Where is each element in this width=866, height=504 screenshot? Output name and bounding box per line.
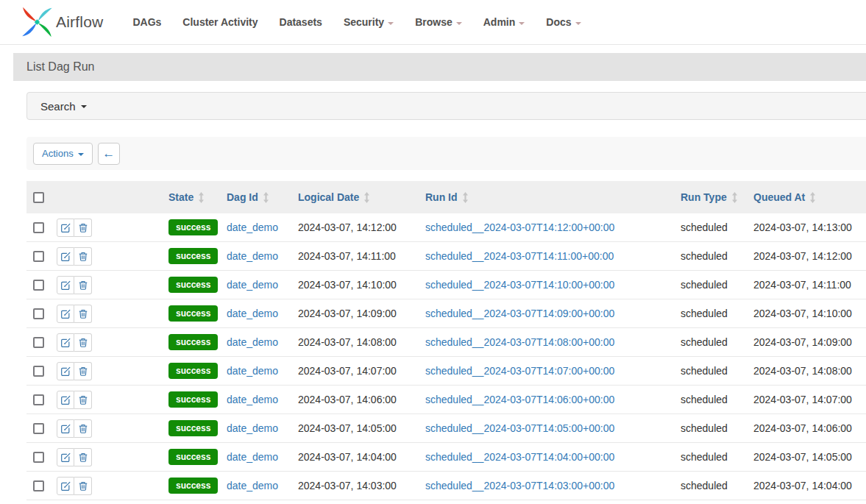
dag-id-link[interactable]: date_demo: [227, 221, 278, 233]
nav-item-dags[interactable]: DAGs: [132, 16, 161, 28]
row-actions-cell: [53, 391, 168, 409]
dag-id-link[interactable]: date_demo: [227, 279, 278, 291]
column-label: Run Id: [425, 191, 458, 203]
row-checkbox[interactable]: [33, 480, 44, 491]
row-checkbox[interactable]: [33, 452, 44, 463]
status-badge: success: [168, 363, 218, 379]
run-type-cell: scheduled: [681, 393, 753, 406]
state-cell: success: [168, 219, 227, 235]
header-checkbox-cell: [26, 192, 53, 203]
state-cell: success: [168, 420, 227, 436]
row-checkbox[interactable]: [33, 308, 44, 319]
actions-button[interactable]: Actions: [33, 143, 93, 165]
dag-id-link[interactable]: date_demo: [227, 480, 278, 491]
edit-button[interactable]: [57, 305, 74, 323]
column-header-queued-at[interactable]: Queued At: [753, 191, 866, 203]
nav-item-docs[interactable]: Docs: [546, 16, 581, 28]
run-type-cell: scheduled: [681, 422, 753, 435]
edit-button[interactable]: [57, 247, 74, 266]
column-header-run-type[interactable]: Run Type: [681, 191, 753, 203]
column-label: Run Type: [681, 191, 727, 203]
dag-id-link[interactable]: date_demo: [227, 308, 278, 319]
back-button[interactable]: ←: [98, 143, 120, 165]
column-header-dag-id[interactable]: Dag Id: [227, 191, 298, 203]
delete-button[interactable]: [74, 333, 92, 352]
queued-at-value: 2024-03-07, 14:04:00: [753, 480, 852, 491]
delete-button[interactable]: [74, 219, 92, 237]
logical-date-value: 2024-03-07, 14:03:00: [298, 480, 397, 491]
nav-item-datasets[interactable]: Datasets: [280, 16, 322, 28]
dag-id-link[interactable]: date_demo: [227, 365, 278, 377]
row-checkbox[interactable]: [33, 251, 44, 262]
queued-at-value: 2024-03-07, 14:11:00: [753, 279, 851, 291]
nav-item-label: Datasets: [280, 16, 322, 28]
edit-button[interactable]: [57, 276, 74, 294]
nav-item-browse[interactable]: Browse: [415, 16, 462, 28]
delete-button[interactable]: [74, 247, 92, 266]
row-checkbox-cell: [26, 366, 53, 377]
row-checkbox[interactable]: [33, 280, 44, 291]
edit-button[interactable]: [57, 362, 74, 380]
dag-id-cell: date_demo: [227, 307, 298, 320]
run-id-link[interactable]: scheduled__2024-03-07T14:08:00+00:00: [425, 336, 614, 348]
run-id-link[interactable]: scheduled__2024-03-07T14:07:00+00:00: [425, 365, 614, 377]
row-checkbox[interactable]: [33, 423, 44, 434]
run-id-cell: scheduled__2024-03-07T14:04:00+00:00: [425, 450, 681, 464]
run-type-value: scheduled: [681, 451, 728, 463]
run-id-link[interactable]: scheduled__2024-03-07T14:10:00+00:00: [425, 279, 614, 291]
column-header-run-id[interactable]: Run Id: [425, 191, 681, 203]
row-checkbox[interactable]: [33, 337, 44, 348]
status-badge: success: [168, 219, 218, 235]
edit-button[interactable]: [57, 448, 74, 466]
delete-button[interactable]: [74, 419, 92, 438]
search-toggle[interactable]: Search: [26, 92, 866, 120]
run-id-link[interactable]: scheduled__2024-03-07T14:06:00+00:00: [425, 394, 614, 405]
row-checkbox[interactable]: [33, 366, 44, 377]
dag-id-link[interactable]: date_demo: [227, 394, 278, 405]
run-id-link[interactable]: scheduled__2024-03-07T14:03:00+00:00: [425, 480, 614, 491]
run-id-link[interactable]: scheduled__2024-03-07T14:11:00+00:00: [425, 250, 614, 262]
logical-date-cell: 2024-03-07, 14:11:00: [298, 249, 425, 263]
delete-button[interactable]: [74, 391, 92, 409]
page-content: List Dag Run Search Actions ←: [0, 45, 866, 500]
edit-button[interactable]: [57, 219, 74, 237]
delete-button[interactable]: [74, 276, 92, 294]
column-header-logical-date[interactable]: Logical Date: [298, 191, 425, 203]
row-checkbox[interactable]: [33, 394, 44, 405]
edit-icon: [60, 366, 71, 377]
dag-id-link[interactable]: date_demo: [227, 250, 278, 262]
dag-id-link[interactable]: date_demo: [227, 451, 278, 463]
sort-icon: [198, 192, 205, 203]
nav-item-cluster-activity[interactable]: Cluster Activity: [182, 16, 258, 28]
queued-at-value: 2024-03-07, 14:12:00: [753, 250, 852, 262]
edit-button[interactable]: [57, 391, 74, 409]
delete-button[interactable]: [74, 477, 92, 495]
edit-button[interactable]: [57, 419, 74, 438]
logical-date-value: 2024-03-07, 14:09:00: [298, 308, 397, 319]
table-row: success date_demo 2024-03-07, 14:03:00 s…: [26, 472, 866, 500]
delete-button[interactable]: [74, 305, 92, 323]
delete-button[interactable]: [74, 362, 92, 380]
delete-button[interactable]: [74, 448, 92, 466]
airflow-brand[interactable]: Airflow: [21, 6, 103, 38]
state-cell: success: [168, 277, 227, 293]
column-header-state[interactable]: State: [168, 191, 227, 203]
run-id-cell: scheduled__2024-03-07T14:09:00+00:00: [425, 307, 681, 320]
nav-item-security[interactable]: Security: [344, 16, 394, 28]
run-id-link[interactable]: scheduled__2024-03-07T14:04:00+00:00: [425, 451, 614, 463]
nav-item-label: Docs: [546, 16, 571, 28]
run-type-value: scheduled: [681, 365, 728, 377]
select-all-checkbox[interactable]: [33, 192, 44, 203]
dag-id-link[interactable]: date_demo: [227, 422, 278, 434]
edit-button[interactable]: [57, 333, 74, 352]
dag-id-link[interactable]: date_demo: [227, 336, 278, 348]
edit-button[interactable]: [57, 477, 74, 495]
state-cell: success: [168, 248, 227, 264]
run-id-link[interactable]: scheduled__2024-03-07T14:05:00+00:00: [425, 422, 614, 434]
run-type-cell: scheduled: [681, 336, 753, 349]
row-checkbox[interactable]: [33, 222, 44, 233]
run-id-link[interactable]: scheduled__2024-03-07T14:12:00+00:00: [425, 221, 614, 233]
nav-item-admin[interactable]: Admin: [483, 16, 525, 28]
run-id-link[interactable]: scheduled__2024-03-07T14:09:00+00:00: [425, 308, 614, 319]
run-type-cell: scheduled: [681, 450, 753, 464]
